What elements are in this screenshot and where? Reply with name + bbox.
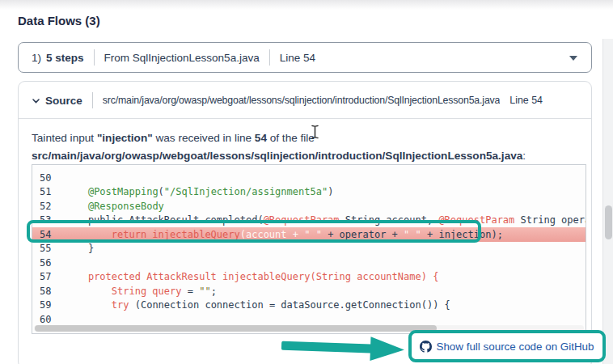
desc-text: : xyxy=(522,150,526,162)
line-number: 55 xyxy=(32,243,65,254)
separator xyxy=(269,49,270,66)
code-text: public AttackResult completed(@RequestPa… xyxy=(65,214,586,226)
separator xyxy=(94,49,95,66)
code-text: String query = ""; xyxy=(65,286,217,297)
line-number: 60 xyxy=(32,314,65,325)
code-text: @PostMapping("/SqlInjection/assignment5a… xyxy=(65,186,333,197)
code-text: } xyxy=(65,243,94,254)
line-number: 52 xyxy=(32,201,65,212)
code-text: @ResponseBody xyxy=(65,201,164,212)
code-lines: 5051 @PostMapping("/SqlInjection/assignm… xyxy=(32,165,586,327)
page-title: Data Flows (3) xyxy=(18,14,100,28)
code-line: 53 public AttackResult completed(@Reques… xyxy=(32,214,586,228)
line-number: 50 xyxy=(32,172,65,184)
source-line-number: Line 54 xyxy=(509,95,543,106)
show-source-github-link[interactable]: Show full source code on GitHub xyxy=(420,341,594,353)
line-number: 58 xyxy=(32,286,65,297)
flow-index: 1) xyxy=(32,52,41,64)
line-number: 56 xyxy=(32,257,65,269)
dropdown-caret-icon xyxy=(569,56,577,61)
page-scrollbar xyxy=(602,39,613,364)
code-line: 55 } xyxy=(32,242,586,256)
separator xyxy=(92,92,93,108)
code-text: return injectableQuery(account + " " + o… xyxy=(65,229,503,240)
code-line: 50 xyxy=(32,171,586,185)
desc-text: of the file xyxy=(267,132,315,144)
flow-line: Line 54 xyxy=(280,52,315,64)
code-line: 56 xyxy=(32,256,586,270)
desc-file-path: src/main/java/org/owasp/webgoat/lessons/… xyxy=(32,150,522,162)
line-number: 59 xyxy=(32,299,65,311)
line-number: 53 xyxy=(32,214,65,226)
github-link-annotation-box: Show full source code on GitHub xyxy=(408,330,606,362)
tainted-input-description: Tainted input "injection" was received i… xyxy=(19,119,591,164)
page-scrollbar-thumb[interactable] xyxy=(605,205,612,239)
code-line: 51 @PostMapping("/SqlInjection/assignmen… xyxy=(32,185,586,200)
chevron-down-icon[interactable] xyxy=(32,96,40,105)
code-line: 54 return injectableQuery(account + " " … xyxy=(32,227,586,242)
text-cursor-icon xyxy=(311,125,319,142)
code-line: 60 xyxy=(32,312,586,327)
data-flow-dropdown[interactable]: 1) 5 steps From SqlInjectionLesson5a.jav… xyxy=(18,42,592,73)
arrow-annotation xyxy=(280,332,409,364)
code-text: try (Connection connection = dataSource.… xyxy=(65,299,450,311)
code-line: 59 try (Connection connection = dataSour… xyxy=(32,298,586,313)
window-top-shade xyxy=(0,0,613,10)
source-header: Source src/main/java/org/owasp/webgoat/l… xyxy=(19,82,591,119)
line-number: 57 xyxy=(32,271,65,282)
source-file-path: src/main/java/org/owasp/webgoat/lessons/… xyxy=(103,95,501,106)
code-line: 57 protected AttackResult injectableQuer… xyxy=(32,270,586,285)
code-block[interactable]: 5051 @PostMapping("/SqlInjection/assignm… xyxy=(32,164,586,334)
source-panel: Source src/main/java/org/owasp/webgoat/l… xyxy=(18,81,592,364)
github-icon xyxy=(420,341,432,353)
flow-from-file: From SqlInjectionLesson5a.java xyxy=(104,52,260,64)
code-text: protected AttackResult injectableQuery(S… xyxy=(65,271,438,282)
line-number: 51 xyxy=(32,186,65,197)
github-link-label: Show full source code on GitHub xyxy=(436,341,594,353)
desc-text: was received in line xyxy=(153,132,255,144)
desc-line-number: 54 xyxy=(255,132,267,144)
horizontal-scrollbar-thumb[interactable] xyxy=(35,325,437,332)
code-line: 52 @ResponseBody xyxy=(32,199,586,214)
flow-steps: 5 steps xyxy=(46,52,84,64)
code-line: 58 String query = ""; xyxy=(32,284,586,298)
line-number: 54 xyxy=(32,229,65,240)
tainted-variable: "injection" xyxy=(97,132,153,144)
desc-text: Tainted input xyxy=(32,132,97,144)
source-section-toggle[interactable]: Source xyxy=(45,95,82,107)
